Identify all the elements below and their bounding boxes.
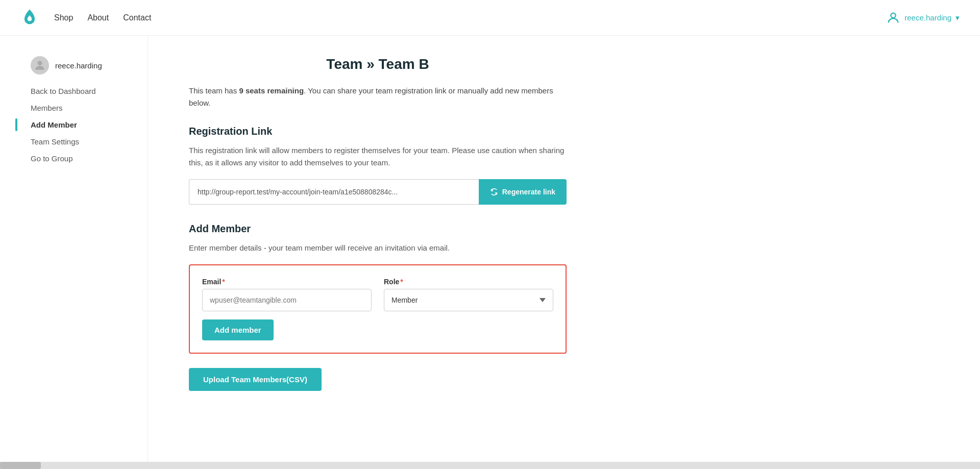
sidebar-team-settings[interactable]: Team Settings — [31, 137, 132, 146]
add-member-form-box: Email* Role* Member Manager Owner Add me… — [189, 264, 567, 354]
intro-prefix: This team has — [189, 86, 239, 95]
add-member-title: Add Member — [189, 223, 567, 235]
sidebar: reece.harding Back to Dashboard Members … — [0, 36, 148, 469]
main-nav: Shop About Contact — [54, 13, 886, 22]
nav-shop[interactable]: Shop — [54, 13, 73, 22]
header-username: reece.harding — [904, 13, 951, 22]
main-content: Team » Team B This team has 9 seats rema… — [148, 36, 607, 469]
svg-point-1 — [38, 61, 42, 65]
active-indicator — [15, 118, 17, 131]
page-scrollbar[interactable] — [0, 462, 980, 469]
role-field-group: Role* Member Manager Owner — [384, 278, 553, 311]
reg-link-title: Registration Link — [189, 126, 567, 137]
nav-contact[interactable]: Contact — [123, 13, 151, 22]
svg-point-0 — [891, 13, 896, 17]
regenerate-link-button[interactable]: Regenerate link — [479, 179, 567, 205]
reg-link-input[interactable] — [189, 179, 479, 205]
form-fields-row: Email* Role* Member Manager Owner — [202, 278, 553, 311]
header: Shop About Contact reece.harding ▾ — [0, 0, 980, 36]
page-wrapper: reece.harding Back to Dashboard Members … — [0, 36, 980, 469]
role-label: Role* — [384, 278, 553, 286]
sidebar-user: reece.harding — [31, 56, 132, 75]
email-label: Email* — [202, 278, 372, 286]
reg-link-desc: This registration link will allow member… — [189, 144, 567, 169]
user-menu[interactable]: reece.harding ▾ — [886, 11, 960, 25]
regenerate-link-label: Regenerate link — [502, 188, 555, 196]
seats-count: 9 seats remaining — [239, 86, 304, 95]
sidebar-add-member-wrapper: Add Member — [31, 120, 132, 129]
logo[interactable] — [20, 9, 39, 27]
dropdown-arrow: ▾ — [955, 13, 960, 22]
sidebar-go-to-group[interactable]: Go to Group — [31, 154, 132, 163]
avatar — [31, 56, 49, 75]
email-field-group: Email* — [202, 278, 372, 311]
sidebar-back-to-dashboard[interactable]: Back to Dashboard — [31, 87, 132, 95]
sidebar-members[interactable]: Members — [31, 104, 132, 112]
add-member-button[interactable]: Add member — [202, 319, 274, 340]
sidebar-add-member[interactable]: Add Member — [31, 120, 132, 129]
add-member-desc: Enter member details - your team member … — [189, 242, 567, 254]
sidebar-nav: Back to Dashboard Members Add Member Tea… — [31, 87, 132, 163]
email-input[interactable] — [202, 289, 372, 311]
upload-csv-button[interactable]: Upload Team Members(CSV) — [189, 368, 322, 391]
scrollbar-thumb[interactable] — [0, 462, 41, 469]
page-title: Team » Team B — [189, 56, 567, 72]
team-intro: This team has 9 seats remaining. You can… — [189, 85, 567, 109]
reg-link-row: Regenerate link — [189, 179, 567, 205]
nav-about[interactable]: About — [87, 13, 109, 22]
role-select[interactable]: Member Manager Owner — [384, 289, 553, 311]
sidebar-username: reece.harding — [55, 61, 102, 70]
